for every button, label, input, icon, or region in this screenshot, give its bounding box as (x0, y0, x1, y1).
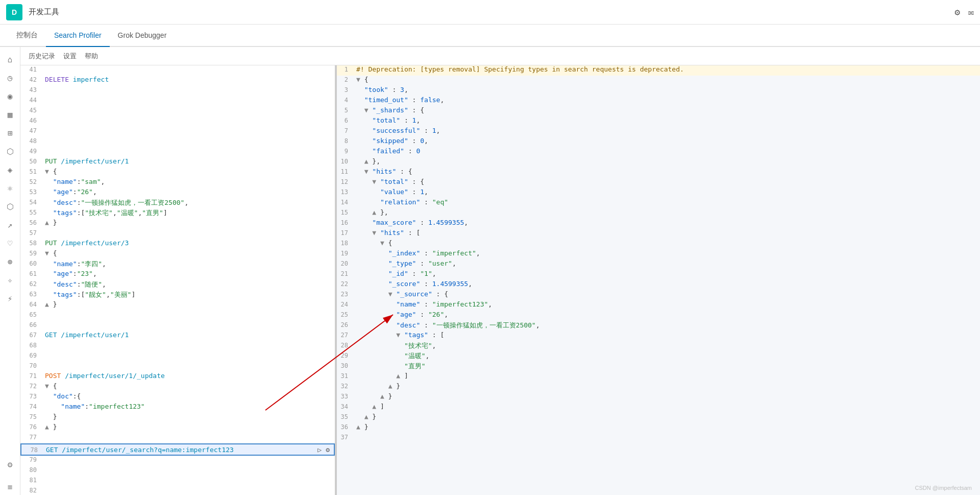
table-row: 35 ▲ } (337, 413, 980, 423)
sidebar-icon-dashboard[interactable]: ⊞ (2, 125, 18, 141)
table-row: 34 ▲ ] (337, 403, 980, 413)
tab-console[interactable]: 控制台 (8, 25, 46, 47)
table-row: 69 (20, 351, 335, 362)
table-row: 65 (20, 311, 335, 321)
nav-tabs: 控制台 Search Profiler Grok Debugger (0, 25, 980, 47)
table-row: 82 (20, 486, 335, 495)
sub-nav-settings[interactable]: 设置 (63, 52, 77, 61)
table-row: 26 "desc" : "一顿操作猛如虎，一看工资2500", (337, 321, 980, 331)
sidebar-icon-monitoring[interactable]: ⚡ (2, 290, 18, 307)
sidebar-icon-apm[interactable]: ↗ (2, 217, 18, 233)
table-row: 55 "tags":["技术宅","温暖","直男"] (20, 208, 335, 219)
kibana-logo: D (6, 4, 22, 20)
table-row: 42DELETE imperfect (20, 76, 335, 86)
table-row: 1 #! Deprecation: [types removal] Specif… (337, 65, 980, 76)
sidebar: ⌂ ◷ ◉ ▦ ⊞ ⬡ ◈ ⚛ ⬡ ↗ ♡ ⊛ ✧ ⚡ ⚙ ≡ (0, 47, 20, 495)
table-row: 33 ▲ } (337, 392, 980, 403)
table-row: 75 } (20, 413, 335, 423)
sidebar-icon-clock[interactable]: ◷ (2, 69, 18, 86)
sub-nav: 历史记录 设置 帮助 (20, 47, 980, 65)
table-row: 5 ▼ "_shards" : { (337, 106, 980, 116)
table-row: 57 (20, 229, 335, 239)
main-layout: ⌂ ◷ ◉ ▦ ⊞ ⬡ ◈ ⚛ ⬡ ↗ ♡ ⊛ ✧ ⚡ ⚙ ≡ 历史记录 设置 … (0, 47, 980, 495)
table-row: 14 "relation" : "eq" (337, 198, 980, 208)
table-row: 51▼ { (20, 168, 335, 178)
app-title: 开发工具 (29, 7, 948, 17)
sidebar-icon-uptime[interactable]: ♡ (2, 235, 18, 251)
table-row: 18 ▼ { (337, 239, 980, 249)
table-row: 11 ▼ "hits" : { (337, 168, 980, 178)
table-row: 8 "skipped" : 0, (337, 137, 980, 147)
table-row: 17 ▼ "hits" : [ (337, 229, 980, 239)
table-row: 48 (20, 137, 335, 147)
table-row: 68 (20, 341, 335, 351)
table-row: 36▲ } (337, 423, 980, 433)
sidebar-icon-home[interactable]: ⌂ (2, 51, 18, 67)
header-icons: ⚙ ✉ (954, 7, 974, 17)
table-row: 13 "value" : 1, (337, 188, 980, 198)
query-settings-icon[interactable]: ⚙ (326, 446, 330, 454)
table-row: 66 (20, 321, 335, 331)
table-row: 2▼ { (337, 76, 980, 86)
sidebar-icon-expand[interactable]: ≡ (2, 479, 18, 495)
table-row: 3 "took" : 3, (337, 86, 980, 96)
table-row: 74 "name":"imperfect123" (20, 403, 335, 413)
left-code-area: 41 42DELETE imperfect 43 44 45 46 47 48 … (20, 65, 335, 495)
sub-nav-help[interactable]: 帮助 (85, 52, 98, 61)
table-row: 9 "failed" : 0 (337, 147, 980, 157)
table-row: 61 "age":"23", (20, 270, 335, 280)
settings-icon[interactable]: ⚙ (954, 7, 960, 17)
table-row: 37 (337, 433, 980, 443)
top-header: D 开发工具 ⚙ ✉ (0, 0, 980, 25)
sub-nav-history[interactable]: 历史记录 (29, 52, 55, 61)
table-row: 56▲ } (20, 219, 335, 229)
table-row: 21 "_id" : "1", (337, 270, 980, 280)
table-row: 20 "_type" : "user", (337, 260, 980, 270)
table-row: 58PUT /imperfect/user/3 (20, 239, 335, 249)
sidebar-icon-visualize[interactable]: ▦ (2, 106, 18, 123)
table-row: 6 "total" : 1, (337, 116, 980, 127)
table-row: 54 "desc":"一顿操作猛如虎，一看工资2500", (20, 198, 335, 208)
table-row: 62 "desc":"随便", (20, 280, 335, 290)
table-row: 15 ▲ }, (337, 208, 980, 219)
table-row: 52 "name":"sam", (20, 178, 335, 188)
table-row: 23 ▼ "_source" : { (337, 290, 980, 300)
table-row: 24 "name" : "imperfect123", (337, 300, 980, 311)
right-panel: 1 #! Deprecation: [types removal] Specif… (337, 65, 980, 495)
table-row: 77 (20, 433, 335, 443)
sidebar-icon-graph[interactable]: ⬡ (2, 198, 18, 215)
table-row: 49 (20, 147, 335, 157)
table-row: 46 (20, 116, 335, 127)
sidebar-icon-canvas[interactable]: ⬡ (2, 143, 18, 159)
table-row: 64▲ } (20, 300, 335, 311)
table-row: 63 "tags":["靓女","美丽"] (20, 290, 335, 300)
table-row: 67GET /imperfect/user/1 (20, 331, 335, 341)
table-row: 76▲ } (20, 423, 335, 433)
sidebar-icon-settings[interactable]: ⚙ (2, 456, 18, 473)
sidebar-icon-discover[interactable]: ◉ (2, 88, 18, 104)
left-panel[interactable]: 41 42DELETE imperfect 43 44 45 46 47 48 … (20, 65, 337, 495)
table-row: 16 "max_score" : 1.4599355, (337, 219, 980, 229)
tab-grok-debugger[interactable]: Grok Debugger (110, 25, 175, 47)
table-row: 81 (20, 476, 335, 486)
sidebar-icon-maps[interactable]: ◈ (2, 161, 18, 178)
sidebar-icon-siem[interactable]: ⊛ (2, 253, 18, 270)
table-row: 70 (20, 362, 335, 372)
mail-icon[interactable]: ✉ (968, 7, 974, 17)
table-row: 59▼ { (20, 249, 335, 260)
table-row: 29 "温暖", (337, 351, 980, 362)
table-row: 12 ▼ "total" : { (337, 178, 980, 188)
table-row: 50PUT /imperfect/user/1 (20, 157, 335, 168)
table-row: 32 ▲ } (337, 382, 980, 392)
table-row: 31 ▲ ] (337, 372, 980, 382)
table-row: 27 ▼ "tags" : [ (337, 331, 980, 341)
selected-query-line[interactable]: 78 GET /imperfect/user/_search?q=name:im… (20, 443, 335, 456)
run-query-icon[interactable]: ▷ (317, 446, 322, 454)
table-row: 10 ▲ }, (337, 157, 980, 168)
sidebar-icon-devtools[interactable]: ✧ (2, 272, 18, 288)
table-row: 53 "age":"26", (20, 188, 335, 198)
table-row: 22 "_score" : 1.4599355, (337, 280, 980, 290)
tab-search-profiler[interactable]: Search Profiler (46, 25, 110, 47)
sidebar-icon-ml[interactable]: ⚛ (2, 180, 18, 196)
table-row: 28 "技术宅", (337, 341, 980, 351)
